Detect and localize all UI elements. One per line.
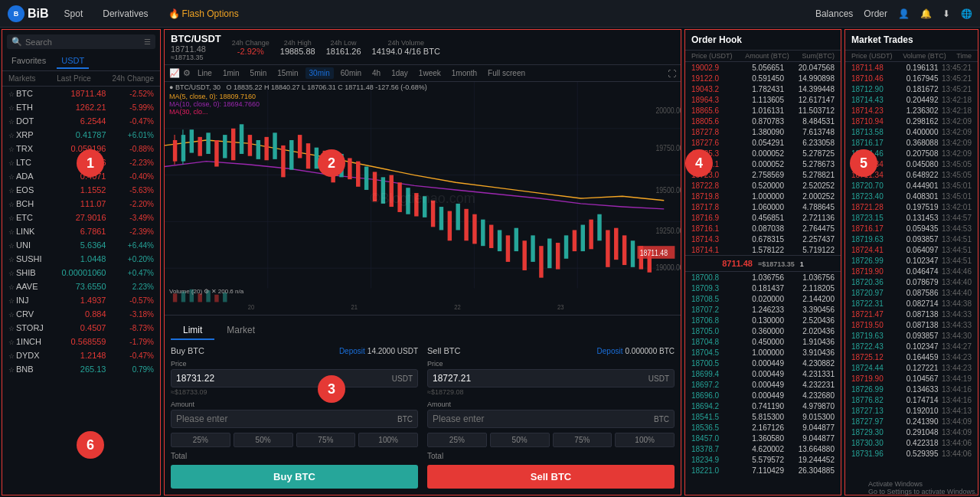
buy-pct-25[interactable]: 25% <box>171 433 230 447</box>
buy-btn[interactable]: Buy BTC <box>171 465 418 489</box>
tf-1day[interactable]: 1day <box>387 67 412 79</box>
chart-icon-area[interactable]: 📈 <box>169 68 180 78</box>
market-row[interactable]: ☆ETC 27.9016 -3.49% <box>2 211 160 224</box>
tf-line[interactable]: Line <box>194 67 216 79</box>
buy-pct-100[interactable]: 100% <box>358 433 418 447</box>
ob-sell-row[interactable]: 18714.3 0.678315 2.257437 <box>685 234 841 244</box>
logo[interactable]: B BiB <box>8 5 49 22</box>
ob-buy-row[interactable]: 18457.0 1.360580 9.044877 <box>685 433 841 443</box>
tab-favorites[interactable]: Favorites <box>7 54 51 69</box>
tf-1week[interactable]: 1week <box>415 67 445 79</box>
nav-balances[interactable]: Balances <box>815 8 853 19</box>
ob-sell-row[interactable]: 18865.6 1.016131 11.503712 <box>685 105 841 116</box>
search-input[interactable] <box>25 38 141 47</box>
market-row[interactable]: ☆BCH 111.07 -2.20% <box>2 197 160 211</box>
ob-sell-row[interactable]: 18725.3 0.000052 5.278725 <box>685 148 841 159</box>
market-row[interactable]: ☆BNB 265.13 0.79% <box>2 362 160 376</box>
ob-sell-row[interactable]: 18964.3 1.113605 12.617147 <box>685 94 841 105</box>
nav-order[interactable]: Order <box>864 8 887 19</box>
tf-fullscreen[interactable]: Full screen <box>484 67 529 79</box>
ob-buy-row[interactable]: 18709.3 0.181437 2.118205 <box>685 283 841 293</box>
ob-buy-row[interactable]: 18378.7 4.620002 13.664880 <box>685 443 841 454</box>
ob-sell-row[interactable]: 19002.9 5.056651 20.047568 <box>685 62 841 73</box>
tf-60min[interactable]: 60min <box>337 67 365 79</box>
ob-sell-row[interactable]: 18727.8 1.380090 7.613748 <box>685 126 841 137</box>
ob-buy-row[interactable]: 18694.2 0.741190 4.979870 <box>685 401 841 411</box>
ob-sell-row[interactable]: 18716.1 0.087038 2.764475 <box>685 223 841 234</box>
ob-buy-row[interactable]: 18696.0 0.000449 4.232680 <box>685 390 841 401</box>
sell-pct-50[interactable]: 50% <box>490 433 550 447</box>
ob-buy-row[interactable]: 18706.8 0.130000 2.520436 <box>685 315 841 325</box>
ob-sell-row[interactable]: 18716.9 0.456851 2.721136 <box>685 212 841 223</box>
ob-sell-row[interactable]: 18714.1 1.578122 5.719122 <box>685 244 841 255</box>
ob-sell-row[interactable]: 18805.6 0.870783 8.484531 <box>685 116 841 126</box>
market-row[interactable]: ☆SHIB 0.00001060 +0.47% <box>2 266 160 280</box>
market-row[interactable]: ☆DYDX 1.2148 -0.47% <box>2 348 160 362</box>
ob-buy-row[interactable]: 18536.5 2.167126 9.044877 <box>685 422 841 433</box>
ob-buy-row[interactable]: 18700.8 1.036756 1.036756 <box>685 272 841 283</box>
ob-buy-row[interactable]: 18699.4 0.000449 4.231331 <box>685 368 841 379</box>
ob-sell-row[interactable]: 18724.1 0.000052 5.278673 <box>685 159 841 169</box>
sidebar-menu-icon[interactable]: ☰ <box>144 38 151 46</box>
ob-buy-row[interactable]: 18541.5 5.815300 9.015300 <box>685 411 841 422</box>
market-row[interactable]: ☆UNI 5.6364 +6.44% <box>2 238 160 252</box>
chart-icon-expand[interactable]: ⛶ <box>668 69 676 78</box>
market-row[interactable]: ☆LTC 52.06 -2.23% <box>2 155 160 169</box>
market-row[interactable]: ☆EOS 1.1552 -5.63% <box>2 183 160 197</box>
globe-icon[interactable]: 🌐 <box>961 8 972 19</box>
buy-amount-input[interactable] <box>176 414 397 424</box>
user-icon[interactable]: 👤 <box>898 8 910 19</box>
ob-sell-row[interactable]: 18727.6 0.054291 6.233058 <box>685 137 841 148</box>
ob-buy-row[interactable]: 18708.5 0.020000 2.144200 <box>685 293 841 304</box>
nav-spot[interactable]: Spot <box>60 5 88 22</box>
nav-flash-options[interactable]: 🔥 Flash Options <box>164 5 243 22</box>
market-row[interactable]: ☆ADA 0.4071 -0.40% <box>2 169 160 183</box>
market-row[interactable]: ☆INJ 1.4937 -0.57% <box>2 293 160 307</box>
market-row[interactable]: ☆ETH 1262.21 -5.99% <box>2 100 160 114</box>
sell-price-input[interactable] <box>433 373 648 384</box>
sell-pct-75[interactable]: 75% <box>553 433 612 447</box>
sell-amount-input[interactable] <box>433 414 654 424</box>
sell-btn[interactable]: Sell BTC <box>427 465 675 489</box>
ob-buy-row[interactable]: 18707.2 1.246233 3.390456 <box>685 304 841 315</box>
tf-30min[interactable]: 30min <box>305 67 334 79</box>
tab-market[interactable]: Market <box>214 322 267 340</box>
ob-sell-row[interactable]: 18723.0 2.758569 5.278821 <box>685 169 841 180</box>
sell-deposit-link[interactable]: Deposit <box>597 347 623 355</box>
buy-pct-50[interactable]: 50% <box>234 433 293 447</box>
chart-icon-bar[interactable]: ⚙ <box>183 68 191 78</box>
sell-pct-100[interactable]: 100% <box>615 433 675 447</box>
market-row[interactable]: ☆STORJ 0.4507 -8.73% <box>2 321 160 335</box>
ob-sell-row[interactable]: 18717.8 1.060000 4.788645 <box>685 201 841 212</box>
ob-buy-row[interactable]: 18704.8 0.450000 1.910436 <box>685 336 841 347</box>
nav-derivatives[interactable]: Derivatives <box>98 5 152 22</box>
ob-buy-row[interactable]: 18234.9 5.579572 19.244452 <box>685 454 841 465</box>
ob-sell-row[interactable]: 18719.8 1.000000 2.000252 <box>685 191 841 201</box>
market-row[interactable]: ☆DOT 6.2544 -0.47% <box>2 114 160 128</box>
ob-sell-row[interactable]: 19122.0 0.591450 14.990898 <box>685 73 841 83</box>
market-row[interactable]: ☆TRX 0.059196 -0.88% <box>2 142 160 155</box>
market-row[interactable]: ☆CRV 0.884 -3.18% <box>2 307 160 321</box>
ob-buy-row[interactable]: 18705.0 0.360000 2.020436 <box>685 325 841 336</box>
ob-buy-row[interactable]: 18697.2 0.000449 4.232231 <box>685 379 841 390</box>
sell-pct-25[interactable]: 25% <box>427 433 487 447</box>
buy-pct-75[interactable]: 75% <box>296 433 356 447</box>
market-row[interactable]: ☆SUSHI 1.0448 +0.20% <box>2 252 160 266</box>
tf-1min[interactable]: 1min <box>219 67 243 79</box>
bell-icon[interactable]: 🔔 <box>920 8 932 19</box>
market-row[interactable]: ☆BTC 18711.48 -2.52% <box>2 87 160 100</box>
market-row[interactable]: ☆AAVE 73.6550 2.23% <box>2 280 160 293</box>
download-icon[interactable]: ⬇ <box>942 8 950 19</box>
ob-buy-row[interactable]: 18700.5 0.000449 4.230882 <box>685 358 841 368</box>
tf-4h[interactable]: 4h <box>368 67 384 79</box>
market-row[interactable]: ☆LINK 6.7861 -2.39% <box>2 224 160 238</box>
market-row[interactable]: ☆XRP 0.41787 +6.01% <box>2 128 160 142</box>
buy-deposit-link[interactable]: Deposit <box>339 347 365 355</box>
ob-buy-row[interactable]: 18221.0 7.110429 26.304885 <box>685 465 841 476</box>
ob-sell-row[interactable]: 18722.8 0.520000 2.520252 <box>685 180 841 191</box>
ob-sell-row[interactable]: 19043.2 1.782431 14.399448 <box>685 83 841 94</box>
tab-limit[interactable]: Limit <box>171 322 214 340</box>
tf-1month[interactable]: 1month <box>448 67 481 79</box>
tf-5min[interactable]: 5min <box>247 67 271 79</box>
ob-buy-row[interactable]: 18704.5 1.000000 3.910436 <box>685 347 841 358</box>
